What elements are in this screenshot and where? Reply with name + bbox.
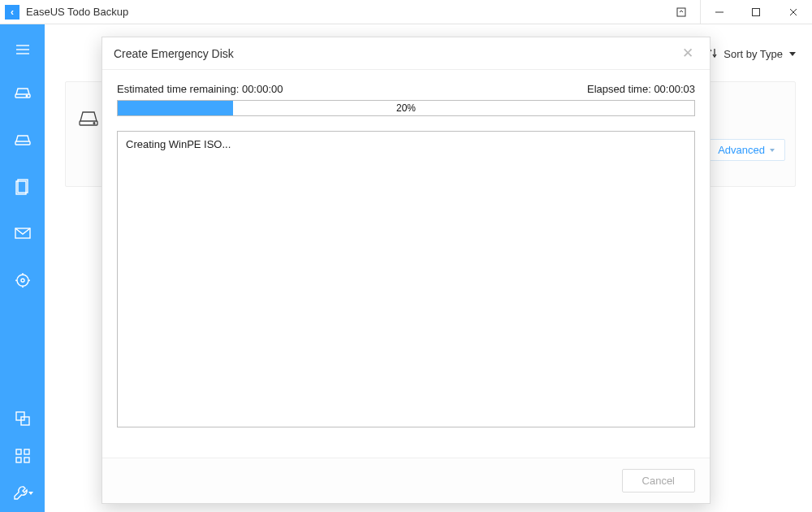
create-emergency-disk-dialog: Create Emergency Disk ✕ Estimated time r…: [102, 37, 710, 504]
progress-bar: 20%: [117, 100, 695, 116]
estimated-time-label: Estimated time remaining:: [117, 83, 239, 95]
dialog-footer: Cancel: [102, 458, 710, 503]
svg-rect-25: [24, 458, 29, 462]
svg-rect-20: [16, 412, 24, 420]
svg-rect-21: [21, 417, 29, 425]
log-output: Creating WinPE ISO...: [117, 131, 695, 427]
sort-label: Sort by Type: [723, 48, 783, 60]
svg-rect-10: [15, 141, 30, 145]
advanced-label: Advanced: [718, 144, 765, 156]
main-area: Sort by Type Advanced Create Emergency D…: [45, 24, 812, 512]
sort-control[interactable]: Sort by Type: [707, 47, 796, 61]
minimize-button[interactable]: [700, 0, 737, 24]
dialog-title: Create Emergency Disk: [114, 47, 234, 60]
sidebar-file-backup[interactable]: [0, 163, 45, 210]
advanced-button[interactable]: Advanced: [706, 139, 785, 161]
svg-rect-2: [753, 8, 760, 15]
time-row: Estimated time remaining: 00:00:00 Elaps…: [117, 83, 695, 95]
collapse-button[interactable]: [663, 0, 700, 24]
cancel-button[interactable]: Cancel: [622, 469, 695, 492]
sidebar-menu-button[interactable]: [0, 31, 45, 68]
sidebar: [0, 24, 45, 512]
svg-point-15: [21, 279, 24, 282]
close-button[interactable]: [775, 0, 812, 24]
estimated-time-value: 00:00:00: [242, 83, 283, 95]
svg-point-9: [26, 95, 28, 97]
app-logo-icon: ‹: [5, 5, 19, 20]
elapsed-time-value: 00:00:03: [654, 83, 695, 95]
elapsed-time-label: Elapsed time:: [587, 83, 651, 95]
chevron-down-icon: [28, 492, 33, 495]
sidebar-tools-grid[interactable]: [0, 437, 45, 475]
app-title: EaseUS Todo Backup: [26, 6, 128, 18]
log-line: Creating WinPE ISO...: [126, 138, 686, 150]
sidebar-clone[interactable]: [0, 400, 45, 437]
svg-rect-24: [16, 458, 21, 462]
dialog-close-button[interactable]: ✕: [677, 41, 698, 65]
sidebar-disk-backup[interactable]: [0, 68, 45, 115]
svg-point-29: [93, 123, 95, 124]
progress-percent-text: 20%: [118, 101, 694, 115]
svg-rect-22: [16, 449, 21, 454]
sidebar-settings-wrench[interactable]: [0, 475, 45, 512]
sidebar-system-backup[interactable]: [0, 115, 45, 163]
chevron-down-icon: [770, 149, 775, 152]
dialog-header: Create Emergency Disk ✕: [102, 37, 710, 70]
drive-icon: [77, 108, 100, 131]
svg-rect-23: [24, 449, 29, 454]
svg-point-14: [17, 275, 28, 286]
svg-rect-0: [677, 8, 685, 16]
titlebar: ‹ EaseUS Todo Backup: [0, 0, 812, 24]
maximize-button[interactable]: [737, 0, 775, 24]
sidebar-smart-backup[interactable]: [0, 257, 45, 304]
chevron-down-icon: [789, 52, 796, 56]
sidebar-mail-backup[interactable]: [0, 210, 45, 257]
